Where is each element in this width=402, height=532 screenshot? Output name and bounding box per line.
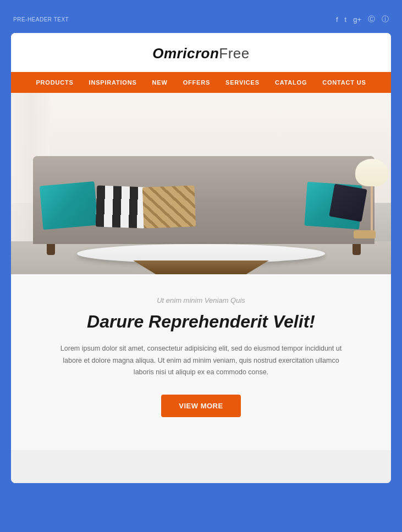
twitter-icon[interactable]: t (345, 15, 347, 24)
pillow-dark-right (329, 184, 367, 222)
lamp-stand (371, 186, 373, 230)
pinterest-icon[interactable]: Ⓒ (368, 14, 375, 24)
body-text: Lorem ipsum dolor sit amet, consectetur … (58, 343, 344, 378)
logo-bold-part: Omricron (152, 45, 219, 62)
coffee-table (77, 244, 325, 263)
nav-item-products[interactable]: PRODUCTS (28, 72, 81, 93)
nav-item-inspirations[interactable]: INSPIRATIONS (81, 72, 145, 93)
email-container: OmricronFree PRODUCTS INSPIRATIONS NEW O… (11, 33, 391, 483)
nav-item-catalog[interactable]: CATALOG (267, 72, 315, 93)
nav-item-services[interactable]: SERVICES (218, 72, 267, 93)
view-more-button[interactable]: View More (161, 395, 240, 417)
instagram-icon[interactable]: ⓘ (382, 14, 389, 24)
nav-item-new[interactable]: NEW (145, 72, 175, 93)
pillow-patterned (142, 185, 196, 228)
content-section: Ut enim minim Veniam Quis Darure Reprehe… (11, 274, 391, 450)
sub-heading: Ut enim minim Veniam Quis (44, 296, 358, 304)
nav-bar: PRODUCTS INSPIRATIONS NEW OFFERS SERVICE… (11, 72, 391, 93)
logo-header: OmricronFree (11, 33, 391, 72)
main-heading: Darure Reprehenderit Velit! (44, 311, 358, 332)
logo: OmricronFree (22, 45, 380, 62)
social-icons-group: f t g+ Ⓒ ⓘ (336, 14, 389, 24)
hero-image (11, 93, 391, 274)
lamp-base (354, 230, 376, 239)
bottom-section (11, 450, 391, 483)
logo-light-part: Free (219, 45, 249, 62)
pre-header: PRE-HEADER TEXT f t g+ Ⓒ ⓘ (11, 11, 391, 27)
pillow-stripe (96, 185, 147, 228)
pre-header-text: PRE-HEADER TEXT (13, 16, 69, 23)
pillow-teal-left (40, 181, 98, 230)
outer-wrapper: PRE-HEADER TEXT f t g+ Ⓒ ⓘ OmricronFree … (0, 0, 402, 532)
facebook-icon[interactable]: f (336, 15, 338, 24)
google-plus-icon[interactable]: g+ (353, 15, 361, 24)
nav-item-contact-us[interactable]: CONTACT US (315, 72, 373, 93)
nav-item-offers[interactable]: OFFERS (175, 72, 218, 93)
lamp-shade (355, 159, 388, 186)
lamp (364, 159, 380, 236)
